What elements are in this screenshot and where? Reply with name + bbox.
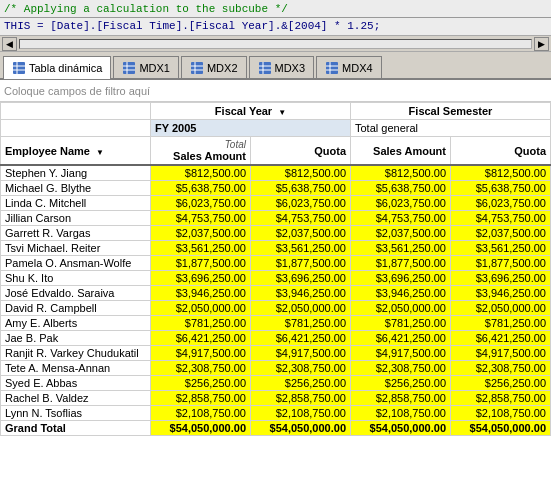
sales-value-1: $2,108,750.00 [151,406,251,421]
sales-value-2: $5,638,750.00 [351,181,451,196]
quota-value-2: $2,108,750.00 [451,406,551,421]
tab-mdx1[interactable]: MDX1 [113,56,179,78]
employee-name-cell: Shu K. Ito [1,271,151,286]
table-row: Linda C. Mitchell$6,023,750.00$6,023,750… [1,196,551,211]
sales-value-1: $3,561,250.00 [151,241,251,256]
employee-name-cell: Tsvi Michael. Reiter [1,241,151,256]
sales-value-1: $2,858,750.00 [151,391,251,406]
sales-value-2: $2,308,750.00 [351,361,451,376]
th-fiscal-semester[interactable]: Fiscal Semester [351,103,551,120]
employee-name-cell: Pamela O. Ansman-Wolfe [1,256,151,271]
sales-value-2: $3,561,250.00 [351,241,451,256]
grand-total-value-3: $54,050,000.00 [451,421,551,436]
quota-value-2: $2,037,500.00 [451,226,551,241]
sales-value-1: $4,917,500.00 [151,346,251,361]
quota-value-2: $812,500.00 [451,165,551,181]
code-line-bar: THIS = [Date].[Fiscal Time].[Fiscal Year… [0,18,551,36]
sales-value-1: $781,250.00 [151,316,251,331]
employee-name-cell: Garrett R. Vargas [1,226,151,241]
sales-value-2: $256,250.00 [351,376,451,391]
employee-name-cell: David R. Campbell [1,301,151,316]
quota-value-2: $6,023,750.00 [451,196,551,211]
tabla-icon [12,61,26,75]
sales-value-2: $2,050,000.00 [351,301,451,316]
grand-total-label: Grand Total [1,421,151,436]
comment-text: /* Applying a calculation to the subcube… [4,3,288,15]
grand-total-value-2: $54,050,000.00 [351,421,451,436]
employee-name-cell: Amy E. Alberts [1,316,151,331]
sales-value-1: $3,946,250.00 [151,286,251,301]
quota-value-2: $2,308,750.00 [451,361,551,376]
table-row: Garrett R. Vargas$2,037,500.00$2,037,500… [1,226,551,241]
employee-name-cell: Syed E. Abbas [1,376,151,391]
tab-tabla-dinamica[interactable]: Tabla dinámica [3,56,111,79]
sales-value-2: $2,108,750.00 [351,406,451,421]
quota-value-1: $3,946,250.00 [251,286,351,301]
th-empty-2 [1,120,151,137]
quota-value-2: $6,421,250.00 [451,331,551,346]
pivot-table-container[interactable]: Fiscal Year ▼ Fiscal Semester FY 2005 To… [0,102,551,500]
tab-mdx3[interactable]: MDX3 [249,56,315,78]
sales-value-2: $781,250.00 [351,316,451,331]
sales-value-1: $812,500.00 [151,165,251,181]
fiscal-year-dropdown-icon[interactable]: ▼ [278,108,286,117]
quota-value-2: $2,858,750.00 [451,391,551,406]
employee-name-cell: Ranjit R. Varkey Chudukatil [1,346,151,361]
table-row: Jillian Carson$4,753,750.00$4,753,750.00… [1,211,551,226]
tab-mdx1-label: MDX1 [139,62,170,74]
quota-value-2: $256,250.00 [451,376,551,391]
pivot-table: Fiscal Year ▼ Fiscal Semester FY 2005 To… [0,102,551,436]
sales-value-2: $4,753,750.00 [351,211,451,226]
tab-tabla-label: Tabla dinámica [29,62,102,74]
employee-name-cell: Lynn N. Tsoflias [1,406,151,421]
employee-name-cell: Stephen Y. Jiang [1,165,151,181]
mdx1-icon [122,61,136,75]
quota-value-1: $2,308,750.00 [251,361,351,376]
horizontal-scrollbar[interactable]: ◀ ▶ [0,36,551,52]
scroll-right-button[interactable]: ▶ [534,37,549,51]
scroll-left-button[interactable]: ◀ [2,37,17,51]
quota-value-2: $2,050,000.00 [451,301,551,316]
employee-name-cell: Linda C. Mitchell [1,196,151,211]
grand-total-row: Grand Total$54,050,000.00$54,050,000.00$… [1,421,551,436]
sales-value-2: $2,037,500.00 [351,226,451,241]
quota-value-2: $4,753,750.00 [451,211,551,226]
th-quota-2: Quota [451,137,551,166]
sales-value-2: $4,917,500.00 [351,346,451,361]
th-fiscal-year[interactable]: Fiscal Year ▼ [151,103,351,120]
sales-value-2: $3,696,250.00 [351,271,451,286]
quota-value-2: $5,638,750.00 [451,181,551,196]
sales-value-1: $256,250.00 [151,376,251,391]
quota-value-1: $3,696,250.00 [251,271,351,286]
quota-value-1: $2,050,000.00 [251,301,351,316]
scroll-track[interactable] [19,39,532,49]
sales-value-2: $6,023,750.00 [351,196,451,211]
quota-value-1: $5,638,750.00 [251,181,351,196]
quota-value-1: $6,421,250.00 [251,331,351,346]
th-employee-name[interactable]: Employee Name ▼ [1,137,151,166]
grand-total-value-1: $54,050,000.00 [251,421,351,436]
quota-value-1: $3,561,250.00 [251,241,351,256]
sales-value-1: $6,421,250.00 [151,331,251,346]
table-row: José Edvaldo. Saraiva$3,946,250.00$3,946… [1,286,551,301]
table-row: Tete A. Mensa-Annan$2,308,750.00$2,308,7… [1,361,551,376]
svg-rect-12 [259,62,271,74]
quota-value-1: $6,023,750.00 [251,196,351,211]
sales-value-2: $2,858,750.00 [351,391,451,406]
tab-mdx2[interactable]: MDX2 [181,56,247,78]
employee-name-cell: Jae B. Pak [1,331,151,346]
svg-rect-0 [13,62,25,74]
tabs-bar: Tabla dinámica MDX1 MDX2 [0,52,551,80]
quota-value-1: $781,250.00 [251,316,351,331]
tab-mdx4[interactable]: MDX4 [316,56,382,78]
grand-total-value-0: $54,050,000.00 [151,421,251,436]
th-quota-1: Quota [251,137,351,166]
quota-label-1: Quota [255,145,346,157]
quota-value-1: $2,108,750.00 [251,406,351,421]
tab-mdx3-label: MDX3 [275,62,306,74]
svg-rect-16 [326,62,338,74]
table-row: Jae B. Pak$6,421,250.00$6,421,250.00$6,4… [1,331,551,346]
table-row: Michael G. Blythe$5,638,750.00$5,638,750… [1,181,551,196]
employee-dropdown-icon[interactable]: ▼ [96,148,104,157]
filter-drop-zone[interactable]: Coloque campos de filtro aquí [0,80,551,102]
